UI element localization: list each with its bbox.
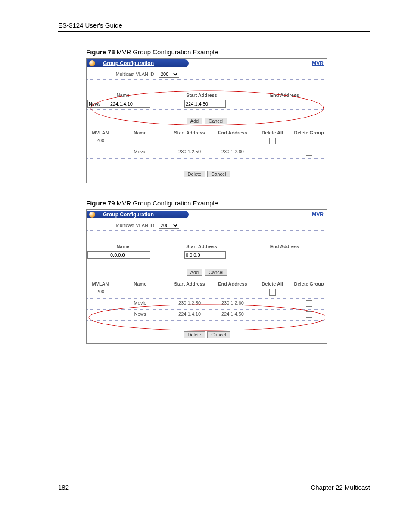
cell-end: 224.1.4.50	[212, 311, 253, 319]
end-input[interactable]	[184, 251, 226, 259]
panel-title: Group Configuration	[103, 60, 154, 66]
add-cancel-row: Add Cancel	[87, 110, 326, 127]
delete-button[interactable]: Delete	[184, 331, 205, 338]
delete-all-checkbox[interactable]	[269, 289, 276, 296]
cell-end	[212, 289, 253, 296]
table-row: Movie 230.1.2.50 230.1.2.60	[87, 147, 326, 159]
delete-button[interactable]: Delete	[184, 171, 205, 177]
titlebar-bullet-icon	[89, 60, 95, 66]
col-name: Name	[87, 244, 159, 249]
group-input-header: Name Start Address End Address	[87, 93, 326, 98]
panel-title: Group Configuration	[103, 212, 154, 218]
figure-79-panel: Group Configuration MVR Multicast VLAN I…	[86, 209, 327, 344]
cell-name: Movie	[113, 300, 167, 308]
mvlan-select[interactable]: 200	[159, 222, 179, 229]
panel-titlebar: Group Configuration MVR	[87, 211, 326, 218]
th-mvlan: MVLAN	[87, 281, 113, 286]
th-mvlan: MVLAN	[87, 130, 113, 135]
mvlan-select[interactable]: 200	[159, 71, 179, 78]
col-start: Start Address	[159, 93, 245, 98]
th-end: End Address	[212, 130, 253, 135]
cell-mvlan	[87, 149, 113, 156]
figure-78-panel: Group Configuration MVR Multicast VLAN I…	[86, 58, 327, 183]
mvr-link[interactable]: MVR	[312, 60, 324, 66]
mvlan-row: Multicast VLAN ID 200	[87, 220, 326, 231]
cell-mvlan	[87, 300, 113, 308]
add-button[interactable]: Add	[187, 118, 203, 124]
group-input-row	[87, 98, 326, 110]
delete-group-checkbox[interactable]	[306, 300, 312, 307]
col-end: End Address	[245, 244, 324, 249]
page-number: 182	[58, 484, 69, 491]
cell-end: 230.1.2.60	[212, 149, 253, 156]
col-name: Name	[87, 93, 159, 98]
running-header: ES-3124 User's Guide	[58, 22, 370, 32]
spacer	[87, 231, 326, 244]
add-button[interactable]: Add	[187, 269, 203, 276]
mvlan-label: Multicast VLAN ID	[87, 72, 159, 77]
cell-start: 224.1.4.10	[167, 311, 212, 319]
delete-group-checkbox[interactable]	[306, 149, 312, 156]
mvr-link[interactable]: MVR	[312, 212, 324, 218]
cell-name	[113, 138, 167, 145]
th-delgrp: Delete Group	[292, 281, 326, 286]
chapter-title: Chapter 22 Multicast	[311, 484, 370, 491]
cell-mvlan: 200	[87, 289, 113, 296]
th-name: Name	[113, 130, 167, 135]
titlebar-bullet-icon	[89, 212, 95, 218]
mvlan-label: Multicast VLAN ID	[87, 223, 159, 228]
cell-start	[167, 289, 212, 296]
table-row: 200	[87, 136, 326, 147]
table-row: Movie 230.1.2.50 230.1.2.60	[87, 299, 326, 310]
cancel-button[interactable]: Cancel	[205, 118, 227, 124]
th-start: Start Address	[167, 281, 212, 286]
figure-79-title: MVR Group Configuration Example	[115, 199, 218, 207]
group-input-row	[87, 249, 326, 261]
cell-end	[212, 138, 253, 145]
add-cancel-row: Add Cancel	[87, 261, 326, 278]
figure-78-title: MVR Group Configuration Example	[115, 48, 218, 56]
cancel-button[interactable]: Cancel	[205, 269, 227, 276]
th-end: End Address	[212, 281, 253, 286]
table-row: News 224.1.4.10 224.1.4.50	[87, 310, 326, 321]
cancel-button[interactable]: Cancel	[207, 171, 230, 177]
th-delall: Delete All	[253, 130, 292, 135]
cell-name: Movie	[113, 149, 167, 156]
group-input-header: Name Start Address End Address	[87, 244, 326, 249]
spacer	[87, 80, 326, 93]
start-input[interactable]	[109, 100, 150, 108]
th-delgrp: Delete Group	[292, 130, 326, 135]
cell-name	[113, 289, 167, 296]
table-header: MVLAN Name Start Address End Address Del…	[87, 280, 326, 287]
delete-cancel-row: Delete Cancel	[87, 321, 326, 342]
figure-79-caption: Figure 79 MVR Group Configuration Exampl…	[86, 199, 411, 207]
delete-group-checkbox[interactable]	[306, 311, 312, 318]
col-start: Start Address	[159, 244, 245, 249]
table-header: MVLAN Name Start Address End Address Del…	[87, 129, 326, 136]
cell-mvlan	[87, 311, 113, 319]
delete-cancel-row: Delete Cancel	[87, 159, 326, 182]
cell-mvlan: 200	[87, 138, 113, 145]
delete-all-checkbox[interactable]	[269, 138, 276, 144]
cell-start	[167, 138, 212, 145]
cell-start: 230.1.2.50	[167, 300, 212, 308]
panel-titlebar: Group Configuration MVR	[87, 59, 326, 67]
table-row: 200	[87, 287, 326, 299]
th-name: Name	[113, 281, 167, 286]
end-input[interactable]	[184, 100, 226, 108]
mvlan-row: Multicast VLAN ID 200	[87, 69, 326, 80]
cell-end: 230.1.2.60	[212, 300, 253, 308]
col-end: End Address	[245, 93, 324, 98]
page-footer: 182 Chapter 22 Multicast	[58, 482, 370, 491]
start-input[interactable]	[109, 251, 150, 259]
cell-start: 230.1.2.50	[167, 149, 212, 156]
figure-78-number: Figure 78	[86, 48, 115, 56]
figure-79-number: Figure 79	[86, 199, 115, 207]
figure-78-caption: Figure 78 MVR Group Configuration Exampl…	[86, 48, 411, 56]
cancel-button[interactable]: Cancel	[207, 331, 230, 338]
cell-name: News	[113, 311, 167, 319]
th-delall: Delete All	[253, 281, 292, 286]
th-start: Start Address	[167, 130, 212, 135]
